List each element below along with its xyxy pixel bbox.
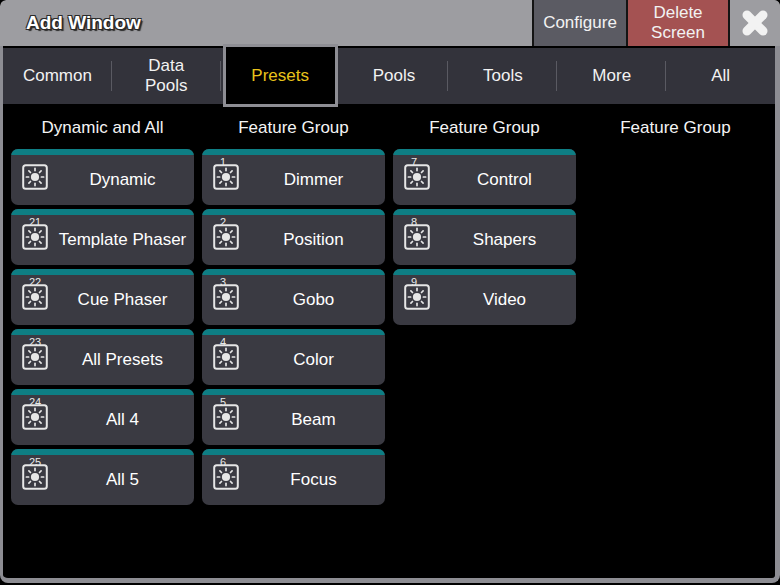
preset-button-color[interactable]: 4 Color (202, 329, 385, 385)
close-icon (740, 8, 770, 38)
preset-column-1: 1 Dimmer2 Position3 Gobo4 Color5 Beam6 F… (202, 149, 385, 505)
preset-button-label: All 4 (55, 395, 190, 445)
preset-sun-icon (213, 464, 239, 494)
preset-button-label: Color (246, 335, 381, 385)
preset-button-gobo[interactable]: 3 Gobo (202, 269, 385, 325)
close-button[interactable] (728, 0, 780, 46)
preset-sun-icon (22, 404, 48, 434)
column-headers: Dynamic and AllFeature GroupFeature Grou… (11, 114, 767, 138)
preset-sun-icon (22, 224, 48, 254)
title-bar: Add Window Configure Delete Screen (0, 0, 780, 46)
preset-button-dynamic[interactable]: Dynamic (11, 149, 194, 205)
tab-common[interactable]: Common (3, 48, 112, 104)
preset-button-label: Position (246, 215, 381, 265)
configure-button[interactable]: Configure (532, 0, 628, 46)
preset-button-label: Video (437, 275, 572, 325)
preset-sun-icon (22, 164, 48, 194)
column-header-1: Feature Group (202, 114, 385, 138)
preset-sun-icon (213, 284, 239, 314)
preset-column-2: 7 Control8 Shapers9 Video (393, 149, 576, 325)
tab-tools[interactable]: Tools (448, 48, 557, 104)
preset-sun-icon (22, 344, 48, 374)
preset-button-label: Shapers (437, 215, 572, 265)
preset-button-focus[interactable]: 6 Focus (202, 449, 385, 505)
preset-sun-icon (404, 224, 430, 254)
preset-button-label: Dynamic (55, 155, 190, 205)
preset-button-all-presets[interactable]: 23 All Presets (11, 329, 194, 385)
preset-sun-icon (404, 164, 430, 194)
preset-grid: Dynamic21 Template Phaser22 Cue Phaser23… (11, 149, 767, 505)
preset-button-label: Focus (246, 455, 381, 505)
preset-button-all-5[interactable]: 25 All 5 (11, 449, 194, 505)
tab-more[interactable]: More (557, 48, 666, 104)
preset-button-beam[interactable]: 5 Beam (202, 389, 385, 445)
dialog-body: CommonData PoolsPresetsPoolsToolsMoreAll… (0, 46, 780, 583)
column-header-3: Feature Group (584, 114, 767, 138)
preset-button-position[interactable]: 2 Position (202, 209, 385, 265)
tab-data-pools[interactable]: Data Pools (112, 48, 221, 104)
preset-button-shapers[interactable]: 8 Shapers (393, 209, 576, 265)
preset-button-label: Cue Phaser (55, 275, 190, 325)
preset-button-dimmer[interactable]: 1 Dimmer (202, 149, 385, 205)
content-area: Dynamic and AllFeature GroupFeature Grou… (3, 104, 775, 505)
preset-sun-icon (213, 224, 239, 254)
preset-button-label: All 5 (55, 455, 190, 505)
delete-screen-button[interactable]: Delete Screen (628, 0, 728, 46)
preset-sun-icon (213, 344, 239, 374)
dialog-title: Add Window (0, 0, 532, 46)
preset-sun-icon (22, 284, 48, 314)
preset-sun-icon (22, 464, 48, 494)
preset-button-cue-phaser[interactable]: 22 Cue Phaser (11, 269, 194, 325)
preset-button-label: Gobo (246, 275, 381, 325)
preset-button-label: Dimmer (246, 155, 381, 205)
preset-button-label: Beam (246, 395, 381, 445)
preset-column-0: Dynamic21 Template Phaser22 Cue Phaser23… (11, 149, 194, 505)
preset-button-control[interactable]: 7 Control (393, 149, 576, 205)
add-window-dialog: Add Window Configure Delete Screen Commo… (0, 0, 780, 585)
column-header-2: Feature Group (393, 114, 576, 138)
preset-sun-icon (213, 404, 239, 434)
tab-presets[interactable]: Presets (223, 44, 338, 107)
tab-bar: CommonData PoolsPresetsPoolsToolsMoreAll (3, 48, 775, 104)
preset-button-video[interactable]: 9 Video (393, 269, 576, 325)
tab-all[interactable]: All (666, 48, 775, 104)
preset-button-label: Control (437, 155, 572, 205)
preset-sun-icon (213, 164, 239, 194)
preset-button-all-4[interactable]: 24 All 4 (11, 389, 194, 445)
preset-button-template-phaser[interactable]: 21 Template Phaser (11, 209, 194, 265)
preset-button-label: Template Phaser (55, 215, 190, 265)
preset-button-label: All Presets (55, 335, 190, 385)
column-header-0: Dynamic and All (11, 114, 194, 138)
tab-pools[interactable]: Pools (340, 48, 449, 104)
preset-sun-icon (404, 284, 430, 314)
